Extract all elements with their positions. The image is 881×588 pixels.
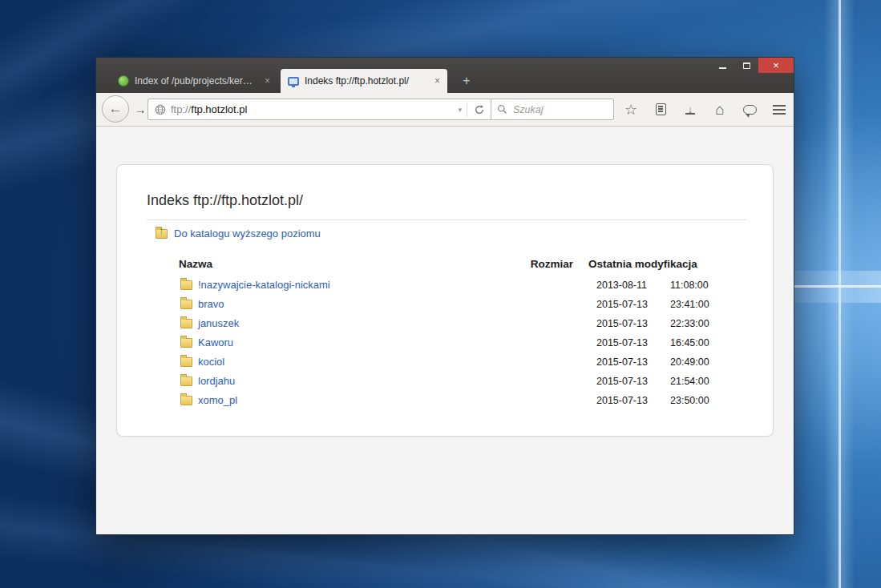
new-tab-button[interactable]: +: [457, 72, 476, 90]
back-button[interactable]: ←: [102, 95, 129, 123]
page-content: Indeks ftp://ftp.hotzlot.pl/ ↑ Do katalo…: [96, 127, 794, 534]
column-header-modified[interactable]: Ostatnia modyfikacja: [588, 258, 697, 270]
downloads-button[interactable]: ↓: [682, 101, 698, 119]
table-row: xomo_pl 2015-07-13 23:50:00: [117, 391, 773, 410]
folder-icon: [180, 338, 192, 348]
desktop-background: × Index of /pub/projects/ker… × Indeks f…: [0, 0, 881, 588]
directory-link[interactable]: kociol: [198, 356, 224, 368]
directory-link[interactable]: januszek: [198, 317, 239, 329]
reload-icon[interactable]: [467, 104, 491, 115]
directory-link[interactable]: xomo_pl: [198, 394, 237, 406]
folder-icon: [180, 319, 192, 328]
maximize-button[interactable]: [734, 58, 758, 73]
url-text[interactable]: ftp://ftp.hotzlot.pl: [171, 103, 453, 115]
folder-icon: [180, 377, 192, 386]
row-time: 16:45:00: [670, 337, 709, 348]
tab-close-icon[interactable]: ×: [434, 76, 440, 86]
browser-window: × Index of /pub/projects/ker… × Indeks f…: [96, 58, 794, 534]
tab-strip: × Index of /pub/projects/ker… × Indeks f…: [96, 58, 794, 93]
minimize-button[interactable]: [710, 58, 734, 73]
table-row: kociol 2015-07-13 20:49:00: [117, 352, 773, 372]
bookmark-star-icon[interactable]: ☆: [623, 101, 639, 119]
bookmarks-list-icon: [656, 103, 666, 115]
ftp-table-body: !nazywajcie-katalogi-nickami 2013-08-11 …: [117, 276, 773, 410]
row-date: 2015-07-13: [596, 337, 648, 348]
tab-label: Indeks ftp://ftp.hotzlot.pl/: [305, 75, 429, 87]
menu-button[interactable]: [771, 101, 787, 119]
row-date: 2013-08-11: [596, 280, 647, 291]
close-window-button[interactable]: ×: [758, 58, 794, 73]
tab-index-of-pub-projects[interactable]: Index of /pub/projects/ker… ×: [111, 69, 277, 93]
row-time: 23:41:00: [670, 299, 709, 310]
search-input[interactable]: [511, 103, 613, 116]
directory-link[interactable]: bravo: [198, 298, 224, 310]
horizontal-light-core: [786, 285, 881, 288]
directory-link[interactable]: lordjahu: [198, 375, 235, 387]
hamburger-icon: [773, 105, 786, 115]
row-time: 21:54:00: [670, 376, 709, 387]
chat-bubble-icon: [743, 105, 757, 115]
row-time: 23:50:00: [670, 395, 709, 406]
folder-icon: [180, 357, 192, 367]
toolbar-icons: ☆ ↓ ⌂: [623, 99, 787, 120]
forward-button[interactable]: →: [133, 103, 148, 117]
directory-listing-favicon-icon: [118, 75, 129, 87]
folder-icon: [180, 396, 192, 405]
url-bar[interactable]: ftp://ftp.hotzlot.pl ▾: [148, 99, 492, 120]
row-date: 2015-07-13: [596, 395, 648, 406]
navigation-toolbar: ← → ftp://ftp.hotzlot.pl ▾: [96, 93, 794, 127]
close-icon: ×: [773, 60, 779, 70]
row-time: 22:33:00: [670, 318, 709, 329]
row-time: 11:08:00: [670, 280, 709, 291]
table-row: bravo 2015-07-13 23:41:00: [117, 295, 773, 314]
tab-close-icon[interactable]: ×: [265, 76, 270, 86]
page-title: Indeks ftp://ftp.hotzlot.pl/: [147, 192, 303, 209]
globe-icon: [155, 104, 166, 115]
table-row: lordjahu 2015-07-13 21:54:00: [117, 372, 773, 391]
download-icon: ↓: [685, 104, 695, 115]
parent-directory-link-row: ↑ Do katalogu wyższego poziomu: [156, 228, 321, 240]
up-folder-icon: ↑: [156, 229, 168, 239]
window-controls: ×: [710, 58, 794, 73]
directory-link[interactable]: !nazywajcie-katalogi-nickami: [198, 279, 330, 291]
tab-label: Index of /pub/projects/ker…: [135, 75, 259, 87]
minimize-icon: [719, 67, 726, 69]
maximize-icon: [743, 62, 750, 69]
search-icon: [497, 104, 507, 115]
row-date: 2015-07-13: [596, 299, 648, 310]
home-button[interactable]: ⌂: [712, 101, 728, 119]
title-divider: [147, 219, 746, 220]
search-bar[interactable]: [491, 99, 614, 120]
table-row: januszek 2015-07-13 22:33:00: [117, 314, 773, 333]
urlbar-dropdown-icon[interactable]: ▾: [453, 106, 467, 114]
ftp-listing-card: Indeks ftp://ftp.hotzlot.pl/ ↑ Do katalo…: [116, 164, 774, 437]
table-row: Kaworu 2015-07-13 16:45:00: [117, 333, 773, 352]
bookmarks-menu-icon[interactable]: [653, 101, 669, 119]
directory-link[interactable]: Kaworu: [198, 336, 233, 348]
row-date: 2015-07-13: [596, 318, 648, 329]
column-header-name[interactable]: Nazwa: [179, 258, 212, 270]
parent-directory-link[interactable]: Do katalogu wyższego poziomu: [174, 228, 321, 240]
row-date: 2015-07-13: [596, 376, 648, 387]
hello-chat-button[interactable]: [742, 101, 758, 119]
table-row: !nazywajcie-katalogi-nickami 2013-08-11 …: [117, 276, 773, 295]
row-time: 20:49:00: [670, 356, 709, 368]
url-scheme: ftp://: [171, 103, 191, 115]
row-date: 2015-07-13: [596, 356, 648, 368]
ftp-monitor-favicon-icon: [288, 77, 299, 86]
folder-icon: [180, 300, 192, 309]
column-header-size[interactable]: Rozmiar: [477, 258, 573, 270]
url-host: ftp.hotzlot.pl: [191, 103, 247, 115]
tab-indeks-ftp-hotzlot[interactable]: Indeks ftp://ftp.hotzlot.pl/ ×: [281, 69, 447, 93]
folder-icon: [180, 280, 192, 290]
table-header-row: Nazwa Rozmiar Ostatnia modyfikacja: [117, 258, 773, 274]
vertical-light-core: [839, 0, 841, 588]
